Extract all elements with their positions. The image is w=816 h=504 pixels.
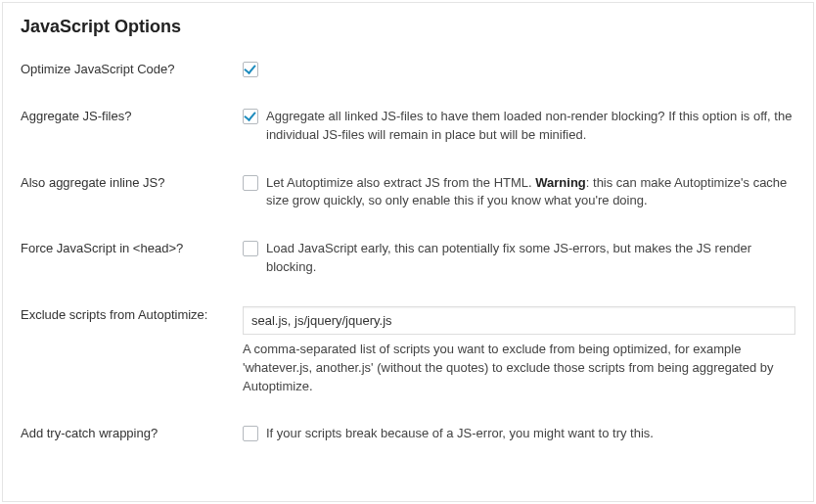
checkbox-line-aggregate: Aggregate all linked JS-files to have th… [243, 108, 795, 145]
row-optimize-js: Optimize JavaScript Code? [21, 61, 795, 78]
content-trycatch: If your scripts break because of a JS-er… [243, 425, 795, 443]
row-force-head: Force JavaScript in <head>? Load JavaScr… [21, 240, 795, 277]
javascript-options-panel: JavaScript Options Optimize JavaScript C… [2, 2, 814, 502]
desc-force-head: Load JavaScript early, this can potentia… [266, 240, 795, 277]
label-trycatch: Add try-catch wrapping? [21, 425, 243, 442]
content-optimize-js [243, 61, 795, 77]
content-exclude-scripts: A comma-separated list of scripts you wa… [243, 306, 795, 396]
label-optimize-js: Optimize JavaScript Code? [21, 61, 243, 78]
checkbox-force-head[interactable] [243, 241, 258, 256]
input-exclude-scripts[interactable] [243, 306, 795, 335]
desc-inline-prefix: Let Autoptimize also extract JS from the… [266, 175, 535, 190]
desc-trycatch: If your scripts break because of a JS-er… [266, 425, 654, 443]
label-inline-js: Also aggregate inline JS? [21, 174, 243, 192]
desc-aggregate-js: Aggregate all linked JS-files to have th… [266, 108, 795, 145]
checkbox-line-inline: Let Autoptimize also extract JS from the… [243, 174, 795, 211]
content-aggregate-js: Aggregate all linked JS-files to have th… [243, 108, 795, 145]
checkbox-line-trycatch: If your scripts break because of a JS-er… [243, 425, 795, 443]
desc-inline-bold: Warning [535, 175, 586, 190]
row-exclude-scripts: Exclude scripts from Autoptimize: A comm… [21, 306, 795, 396]
help-exclude-scripts: A comma-separated list of scripts you wa… [243, 341, 795, 396]
checkbox-aggregate-js[interactable] [243, 109, 258, 124]
checkbox-trycatch[interactable] [243, 426, 258, 441]
desc-inline-js: Let Autoptimize also extract JS from the… [266, 174, 795, 211]
panel-title: JavaScript Options [21, 17, 795, 37]
content-force-head: Load JavaScript early, this can potentia… [243, 240, 795, 277]
label-exclude-scripts: Exclude scripts from Autoptimize: [21, 306, 243, 324]
checkbox-optimize-js[interactable] [243, 62, 258, 77]
label-force-head: Force JavaScript in <head>? [21, 240, 243, 257]
checkbox-line-forcehead: Load JavaScript early, this can potentia… [243, 240, 795, 277]
row-inline-js: Also aggregate inline JS? Let Autoptimiz… [21, 174, 795, 211]
row-aggregate-js: Aggregate JS-files? Aggregate all linked… [21, 108, 795, 145]
label-aggregate-js: Aggregate JS-files? [21, 108, 243, 125]
checkbox-line-optimize [243, 61, 795, 77]
checkbox-inline-js[interactable] [243, 175, 258, 191]
row-trycatch: Add try-catch wrapping? If your scripts … [21, 425, 795, 443]
content-inline-js: Let Autoptimize also extract JS from the… [243, 174, 795, 211]
